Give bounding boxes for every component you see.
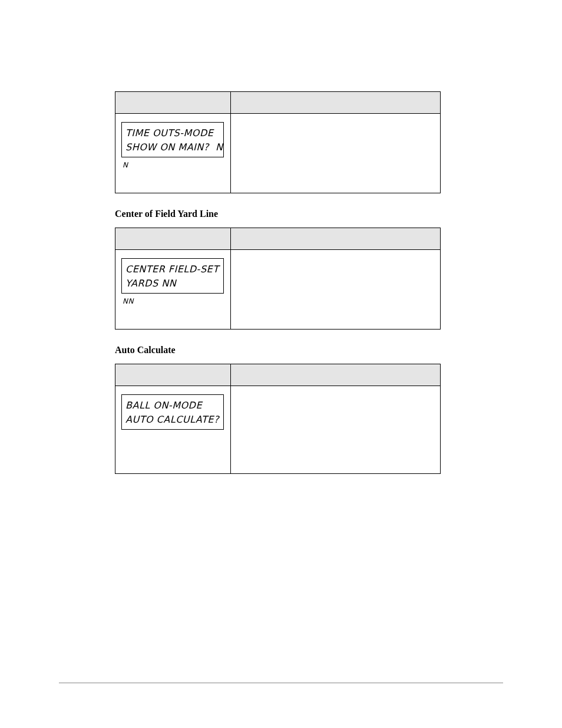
heading-auto-calculate: Auto Calculate xyxy=(115,345,450,355)
description-cell xyxy=(231,386,441,474)
table-timeouts-mode: TIME OUTS-MODE SHOW ON MAIN? N N xyxy=(115,91,441,193)
lcd-line1: TIME OUTS-MODE xyxy=(125,127,213,139)
lcd-cell: BALL ON-MODE AUTO CALCULATE? xyxy=(115,386,231,474)
lcd-cell: CENTER FIELD-SET YARDS NN NN xyxy=(115,250,231,330)
lcd-default-value: N xyxy=(121,161,224,169)
heading-center-field: Center of Field Yard Line xyxy=(115,209,450,219)
lcd-line1: CENTER FIELD-SET xyxy=(125,263,219,275)
lcd-default-value: NN xyxy=(121,297,224,305)
table-auto-calculate: BALL ON-MODE AUTO CALCULATE? xyxy=(115,364,441,474)
table-header-lcd xyxy=(115,92,231,114)
footer-rule xyxy=(59,683,503,683)
lcd-line2: YARDS NN xyxy=(125,278,176,289)
lcd-cell: TIME OUTS-MODE SHOW ON MAIN? N N xyxy=(115,114,231,193)
lcd-display: CENTER FIELD-SET YARDS NN xyxy=(121,258,224,294)
description-cell xyxy=(231,114,441,193)
table-header-body xyxy=(231,364,441,386)
lcd-display: TIME OUTS-MODE SHOW ON MAIN? N xyxy=(121,122,224,157)
table-header-body xyxy=(231,92,441,114)
lcd-display: BALL ON-MODE AUTO CALCULATE? xyxy=(121,394,224,430)
description-cell xyxy=(231,250,441,330)
table-header-lcd xyxy=(115,228,231,250)
table-center-field: CENTER FIELD-SET YARDS NN NN xyxy=(115,228,441,330)
lcd-line2: AUTO CALCULATE? xyxy=(125,414,219,425)
lcd-line2: SHOW ON MAIN? N xyxy=(125,141,223,153)
lcd-line1: BALL ON-MODE xyxy=(125,400,202,411)
table-header-body xyxy=(231,228,441,250)
table-header-lcd xyxy=(115,364,231,386)
